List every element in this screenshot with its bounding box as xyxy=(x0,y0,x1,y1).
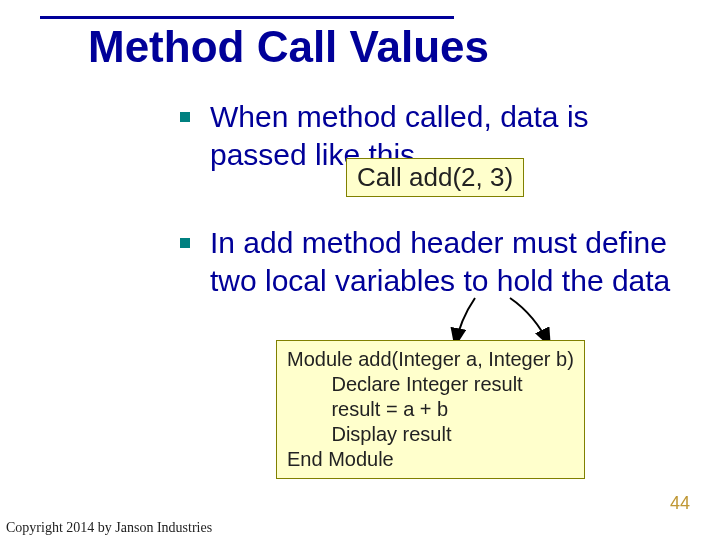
copyright-text: Copyright 2014 by Janson Industries xyxy=(6,520,212,536)
title-underline xyxy=(40,16,454,19)
bullet-icon xyxy=(180,238,190,248)
bullet-item-2: In add method header must define two loc… xyxy=(180,224,690,299)
call-code-box: Call add(2, 3) xyxy=(346,158,524,197)
page-number: 44 xyxy=(670,493,690,514)
slide-title: Method Call Values xyxy=(88,22,489,72)
bullet-text-2: In add method header must define two loc… xyxy=(210,224,690,299)
bullet-icon xyxy=(180,112,190,122)
module-code-box: Module add(Integer a, Integer b) Declare… xyxy=(276,340,585,479)
